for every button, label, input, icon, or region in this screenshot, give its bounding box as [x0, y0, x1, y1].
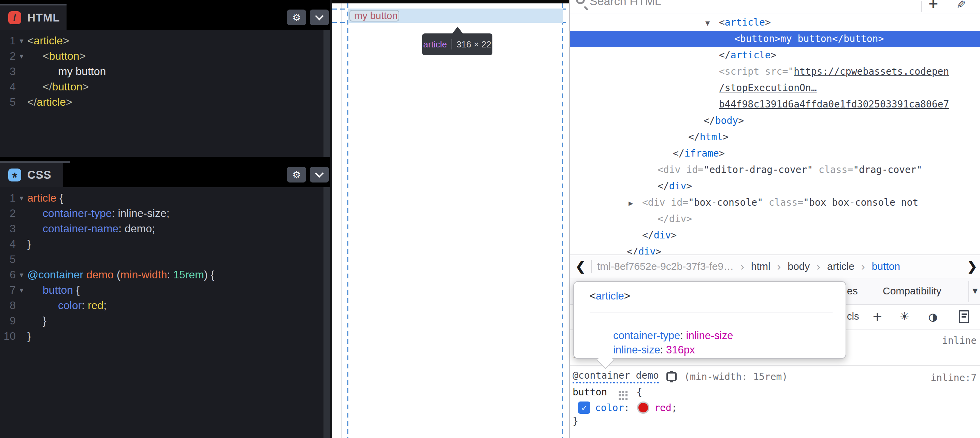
toggle-classes-button[interactable]: cls — [847, 311, 859, 322]
syntax-token: </ — [642, 230, 654, 241]
infobar-divider — [452, 39, 452, 49]
syntax-token: ; — [167, 207, 170, 219]
breadcrumb-item-body[interactable]: body — [788, 260, 810, 272]
css-settings-button[interactable]: ⚙ — [287, 167, 306, 182]
markup-row[interactable]: </div> — [570, 227, 980, 244]
syntax-token: : — [81, 299, 88, 311]
code-line[interactable]: 8color: red; — [0, 298, 330, 313]
markup-row[interactable]: </iframe> — [570, 145, 980, 162]
code-line[interactable]: 3container-name: demo; — [0, 221, 330, 236]
fold-arrow-icon[interactable]: ▾ — [16, 190, 27, 206]
markup-row[interactable]: </html> — [570, 129, 980, 145]
breadcrumb-item-tml-8ef7652e-9c2b-37f3-fe9-[interactable]: tml-8ef7652e-9c2b-37f3-fe9… — [597, 260, 733, 272]
declaration-property[interactable]: color — [595, 402, 624, 413]
html-settings-button[interactable]: ⚙ — [287, 10, 306, 25]
markup-row[interactable]: ▶<div id="box-console" class="box box-co… — [570, 194, 980, 211]
syntax-token: button — [43, 284, 73, 296]
code-line[interactable]: 2▾<button> — [0, 48, 330, 64]
declaration-checkbox[interactable]: ✓ — [578, 402, 590, 414]
editor-column: / HTML ⚙ 1▾<article>2▾<button>3my button… — [0, 0, 330, 438]
markup-row[interactable]: /stopExecutionOn… — [570, 80, 980, 96]
syntax-token: </ — [627, 246, 638, 254]
tab-css[interactable]: * CSS — [0, 163, 63, 187]
fold-arrow-icon[interactable]: ▾ — [16, 33, 27, 48]
syntax-token: > — [686, 181, 692, 192]
breadcrumb-separator: › — [740, 260, 744, 273]
code-line[interactable]: 4</button> — [0, 79, 330, 95]
rule-selector[interactable]: button — [573, 387, 607, 398]
css-editor-scrollbar[interactable] — [323, 187, 330, 438]
markup-row[interactable]: </article> — [570, 47, 980, 63]
tab-changes-clipped[interactable]: es — [847, 285, 858, 297]
create-node-button[interactable]: + — [929, 0, 938, 12]
breadcrumb-forward-button[interactable]: ❯ — [964, 259, 980, 274]
code-line[interactable]: 6▾@container demo (min-width: 15rem) { — [0, 267, 330, 282]
css-panel-header: * CSS ⚙ — [0, 163, 330, 187]
markup-row[interactable]: </div> — [570, 211, 980, 227]
popup-tag: <article> — [590, 290, 630, 302]
code-line[interactable]: 2container-type: inline-size; — [0, 206, 330, 221]
pencil-icon[interactable]: ✎ — [957, 0, 965, 12]
tab-html[interactable]: / HTML — [0, 5, 67, 30]
markup-row[interactable]: <div id="editor-drag-cover" class="drag-… — [570, 162, 980, 178]
code-line[interactable]: 7▾button { — [0, 282, 330, 298]
breadcrumb-item-article[interactable]: article — [827, 260, 854, 272]
code-line[interactable]: 1▾<article> — [0, 33, 330, 48]
code-line[interactable]: 9} — [0, 313, 330, 328]
breadcrumb-back-button[interactable]: ❮ — [570, 259, 591, 274]
print-media-icon[interactable] — [959, 310, 969, 323]
html-editor-scrollbar[interactable] — [323, 30, 330, 157]
code-line[interactable]: 10} — [0, 328, 330, 344]
code-line[interactable]: 4} — [0, 236, 330, 252]
syntax-token: > — [771, 49, 776, 61]
syntax-token: min-width — [121, 268, 167, 281]
tabs-overflow-dropdown[interactable]: ▾ — [972, 284, 978, 297]
breadcrumb-item-html[interactable]: html — [751, 260, 770, 272]
html-code-area[interactable]: 1▾<article>2▾<button>3my button4</button… — [0, 30, 330, 157]
at-container-name[interactable]: @container demo — [573, 370, 659, 383]
search-html-input[interactable]: Search HTML — [590, 0, 661, 8]
toolbar-separator — [921, 1, 922, 12]
breadcrumb-item-button[interactable]: button — [872, 260, 900, 272]
html-collapse-button[interactable] — [310, 10, 329, 25]
declaration-value[interactable]: red — [654, 402, 671, 413]
container-jump-icon[interactable] — [667, 372, 677, 381]
css-code-area[interactable]: 1▾article {2container-type: inline-size;… — [0, 187, 330, 438]
syntax-token: < — [719, 17, 725, 28]
preview-my-button[interactable]: my button — [349, 10, 399, 22]
fold-arrow-icon[interactable]: ▾ — [16, 48, 27, 64]
syntax-token: </ — [688, 131, 700, 143]
rule-source-link[interactable]: inline:7 — [931, 372, 977, 383]
syntax-token: color — [58, 299, 81, 311]
syntax-token: body — [715, 115, 738, 126]
code-line[interactable]: 5 — [0, 252, 330, 267]
markup-row[interactable]: b44f98c1391d6a4ffda0e1fd302503391ca806e7 — [570, 96, 980, 113]
markup-row[interactable]: </div> — [570, 178, 980, 194]
popup-divider — [590, 312, 833, 313]
fold-arrow-icon — [16, 221, 27, 236]
syntax-token: ( — [114, 268, 121, 281]
syntax-token: class= — [769, 197, 803, 208]
dark-scheme-icon[interactable]: ◑ — [929, 309, 937, 324]
markup-row[interactable]: <script src="https://cpwebassets.codepen — [570, 63, 980, 80]
rule-source-link[interactable]: inline — [942, 335, 977, 346]
css-collapse-button[interactable] — [310, 167, 329, 182]
tab-compatibility[interactable]: Compatibility — [883, 285, 942, 297]
add-rule-button[interactable]: + — [873, 307, 882, 325]
color-swatch[interactable] — [637, 402, 649, 414]
light-scheme-icon[interactable]: ☀ — [900, 308, 909, 325]
syntax-token: "box box-console not — [803, 197, 918, 208]
gear-icon: ⚙ — [292, 12, 301, 23]
markup-row[interactable]: </body> — [570, 113, 980, 129]
markup-row[interactable]: </div> — [570, 244, 980, 254]
syntax-token: <button>my button</button> — [734, 33, 884, 44]
fold-arrow-icon[interactable]: ▾ — [16, 282, 27, 298]
markup-row[interactable]: ▼<article> — [570, 14, 980, 31]
fold-arrow-icon[interactable]: ▾ — [16, 267, 27, 282]
code-line[interactable]: 1▾article { — [0, 190, 330, 206]
code-line[interactable]: 3my button — [0, 64, 330, 79]
markup-row-selected[interactable]: <button>my button</button> — [570, 31, 980, 47]
selector-highlighter-icon[interactable] — [619, 391, 621, 393]
syntax-token: ▼ — [705, 15, 719, 32]
code-line[interactable]: 5</article> — [0, 95, 330, 110]
